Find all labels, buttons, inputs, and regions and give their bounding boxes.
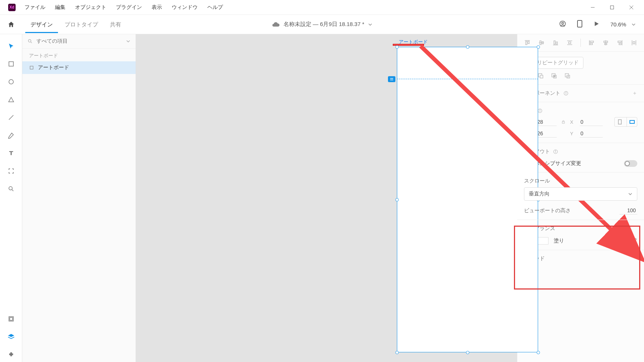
title-bar: Xd ファイル 編集 オブジェクト プラグイン 表示 ウィンドウ ヘルプ (0, 0, 644, 15)
svg-point-10 (9, 187, 12, 190)
svg-rect-28 (556, 42, 558, 44)
menu-object[interactable]: オブジェクト (71, 2, 110, 13)
menu-window[interactable]: ウィンドウ (168, 2, 201, 13)
plugins-panel-icon[interactable] (4, 347, 19, 362)
device-preview-icon[interactable] (577, 20, 583, 29)
layers-search[interactable]: すべての項目 (22, 34, 136, 49)
svg-rect-40 (619, 43, 621, 45)
info-icon[interactable] (563, 91, 569, 96)
menu-view[interactable]: 表示 (148, 2, 166, 13)
window-close[interactable] (622, 0, 641, 15)
viewport-guide[interactable] (397, 79, 538, 79)
boolean-intersect-icon[interactable] (551, 72, 557, 79)
svg-line-11 (12, 190, 13, 191)
artboard-tool[interactable] (4, 164, 19, 178)
svg-rect-6 (577, 20, 582, 27)
y-input[interactable]: 0 (580, 130, 603, 138)
handle-tr[interactable] (537, 45, 540, 49)
svg-line-15 (31, 42, 32, 43)
boolean-subtract-icon[interactable] (537, 72, 544, 79)
orientation-toggle[interactable] (614, 117, 637, 127)
align-right-icon[interactable] (617, 39, 623, 46)
svg-rect-65 (630, 120, 634, 123)
play-icon[interactable] (593, 20, 600, 29)
layers-panel-icon[interactable] (4, 329, 19, 344)
menu-edit[interactable]: 編集 (51, 2, 69, 13)
layers-group-title: アートボード (22, 49, 136, 61)
viewport-height-label: ビューポートの高さ (524, 207, 571, 214)
align-bottom-icon[interactable] (552, 39, 559, 46)
profile-icon[interactable] (559, 20, 566, 29)
viewport-guide-handle[interactable] (388, 76, 395, 82)
svg-point-68 (555, 151, 556, 151)
app-icon: Xd (8, 4, 16, 11)
chevron-down-icon[interactable] (368, 22, 372, 27)
pen-tool[interactable] (4, 128, 19, 143)
add-component-icon[interactable]: ＋ (632, 90, 637, 97)
fill-label: 塗り (554, 237, 564, 244)
ellipse-tool[interactable] (4, 74, 19, 89)
line-tool[interactable] (4, 110, 19, 125)
scroll-direction-select[interactable]: 垂直方向 (524, 187, 637, 201)
viewport-height-input[interactable]: 100 (619, 207, 637, 214)
tab-share[interactable]: 共有 (105, 16, 126, 33)
zoom-control[interactable]: 70.6% (610, 21, 636, 28)
repeat-grid-label: リピートグリッド (537, 59, 579, 66)
info-icon[interactable] (537, 108, 543, 113)
select-tool[interactable] (4, 39, 19, 54)
tab-design[interactable]: デザイン (25, 16, 58, 33)
rectangle-tool[interactable] (4, 56, 19, 71)
window-maximize[interactable] (602, 0, 622, 15)
assets-panel-icon[interactable] (4, 311, 19, 326)
boolean-exclude-icon[interactable] (564, 72, 571, 79)
landscape-icon[interactable] (627, 117, 637, 126)
x-input[interactable]: 0 (580, 118, 603, 126)
chevron-down-icon (628, 192, 632, 196)
handle-br[interactable] (537, 351, 540, 354)
svg-rect-22 (528, 41, 530, 43)
lock-aspect-icon[interactable] (560, 120, 567, 124)
dist-v-icon[interactable] (566, 39, 573, 46)
menu-file[interactable]: ファイル (21, 2, 49, 13)
svg-rect-1 (611, 6, 614, 9)
tab-prototype[interactable]: プロトタイプ (59, 16, 103, 33)
align-left-icon[interactable] (588, 39, 595, 46)
dist-h-icon[interactable] (631, 39, 637, 46)
handle-tl[interactable] (395, 45, 399, 49)
layer-item-artboard[interactable]: アートボード (22, 61, 136, 74)
menu-plugin[interactable]: プラグイン (112, 2, 146, 13)
mode-tabs: デザイン プロトタイプ 共有 (25, 16, 126, 33)
polygon-tool[interactable] (4, 92, 19, 107)
layers-panel: すべての項目 アートボード アートボード (22, 34, 136, 362)
svg-rect-54 (554, 75, 556, 77)
scroll-direction-value: 垂直方向 (529, 191, 550, 197)
search-label: すべての項目 (36, 38, 122, 45)
window-minimize[interactable] (583, 0, 602, 15)
handle-tm[interactable] (466, 45, 469, 49)
portrait-icon[interactable] (615, 117, 625, 126)
responsive-toggle[interactable] (624, 160, 637, 167)
document-title-area[interactable]: 名称未設定 — 6月9日 18.18.37 * (272, 20, 373, 29)
svg-line-9 (9, 115, 13, 120)
text-tool[interactable] (4, 146, 19, 161)
top-bar: デザイン プロトタイプ 共有 名称未設定 — 6月9日 18.18.37 * 7… (0, 15, 644, 34)
window-controls (583, 0, 641, 15)
canvas[interactable]: アートボード (136, 34, 517, 362)
handle-bm[interactable] (466, 351, 469, 354)
svg-point-14 (28, 39, 31, 42)
zoom-tool[interactable] (4, 181, 19, 196)
menu-help[interactable]: ヘルプ (204, 2, 227, 13)
align-vmiddle-icon[interactable] (538, 39, 545, 46)
align-hcenter-icon[interactable] (602, 39, 609, 46)
info-icon[interactable] (553, 149, 558, 154)
align-top-icon[interactable] (524, 39, 531, 46)
handle-ml[interactable] (395, 198, 399, 201)
home-button[interactable] (0, 15, 22, 34)
svg-rect-51 (540, 75, 543, 78)
eyedropper-icon[interactable] (631, 237, 637, 245)
svg-rect-63 (562, 122, 564, 124)
artboard[interactable] (397, 47, 538, 352)
chevron-down-icon (631, 22, 636, 27)
handle-bl[interactable] (395, 351, 399, 354)
svg-rect-33 (590, 41, 593, 43)
